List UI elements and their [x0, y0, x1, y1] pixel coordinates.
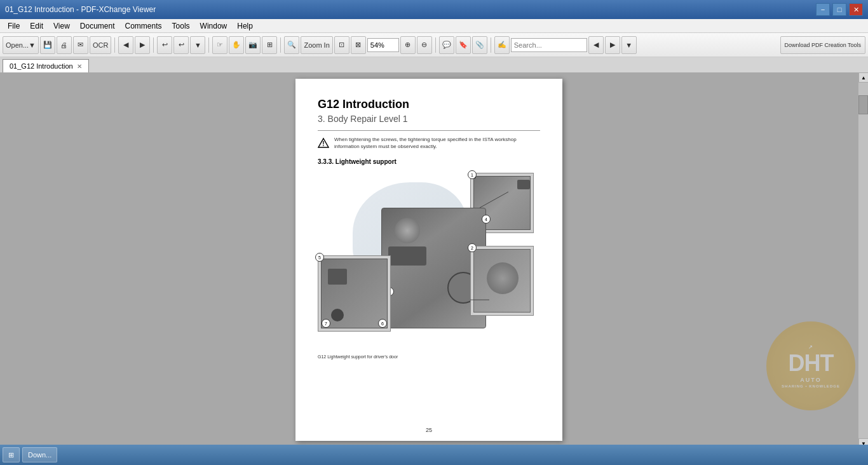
redo-button[interactable]: ↩ [173, 36, 189, 54]
menu-tools[interactable]: Tools [167, 20, 195, 32]
window-controls: − □ ✕ [816, 3, 863, 16]
zoom-width[interactable]: ⊠ [351, 36, 366, 54]
ocr-button[interactable]: OCR [90, 36, 111, 54]
sign-button[interactable]: ✍ [494, 36, 510, 54]
menu-bar: File Edit View Document Comments Tools W… [0, 19, 868, 33]
tool-select[interactable]: ☞ [212, 36, 227, 54]
scroll-up-button[interactable]: ▲ [858, 72, 868, 83]
search-input[interactable] [511, 38, 587, 52]
part-number-2: 2 [468, 243, 477, 252]
menu-file[interactable]: File [3, 20, 25, 32]
menu-help[interactable]: Help [232, 20, 258, 32]
title-bar: 01_G12 Introduction - PDF-XChange Viewer… [0, 0, 868, 19]
search-options[interactable]: ▼ [621, 36, 637, 54]
maximize-button[interactable]: □ [832, 3, 846, 16]
pdf-title: G12 Introduction [318, 98, 540, 111]
right-scrollbar: ▲ ▼ [858, 72, 868, 448]
part-number-6: 6 [378, 319, 387, 328]
email-button[interactable]: ✉ [73, 36, 88, 54]
pdf-page: G12 Introduction 3. Body Repair Level 1 … [295, 79, 562, 441]
save-button[interactable]: 💾 [40, 36, 55, 54]
title-text: 01_G12 Introduction - PDF-XChange Viewer [5, 5, 156, 14]
separator-1 [114, 37, 115, 53]
taskbar-app-label: Down... [28, 451, 51, 459]
zoom-input[interactable] [367, 38, 399, 52]
zoom-in-button[interactable]: Zoom In [301, 36, 332, 54]
print-button[interactable]: 🖨 [57, 36, 72, 54]
start-button[interactable]: ⊞ [3, 447, 20, 462]
svg-text:!: ! [322, 140, 324, 147]
warning-text: When tightening the screws, the tighteni… [334, 136, 540, 150]
menu-comments[interactable]: Comments [120, 20, 167, 32]
undo-dropdown[interactable]: ▼ [190, 36, 205, 54]
zoom-plus[interactable]: ⊕ [400, 36, 416, 54]
back-button[interactable]: ◀ [118, 36, 133, 54]
tool-pan[interactable]: ✋ [229, 36, 244, 54]
find-button[interactable]: 🔍 [284, 36, 299, 54]
tab-close-icon[interactable]: ✕ [77, 63, 82, 70]
zoom-fit[interactable]: ⊡ [334, 36, 349, 54]
menu-window[interactable]: Window [195, 20, 233, 32]
menu-view[interactable]: View [48, 20, 75, 32]
tab-label: 01_G12 Introduction [10, 62, 73, 70]
warning-box: ! When tightening the screws, the tighte… [318, 136, 540, 151]
part-number-4: 4 [482, 215, 491, 224]
attach-button[interactable]: 📎 [472, 36, 487, 54]
diagram-caption: G12 Lightweight support for driver's doo… [318, 354, 540, 359]
separator-6 [491, 37, 491, 53]
separator-4 [280, 37, 281, 53]
menu-document[interactable]: Document [75, 20, 120, 32]
search-prev[interactable]: ◀ [588, 36, 604, 54]
search-next[interactable]: ▶ [605, 36, 620, 54]
zoom-minus[interactable]: ⊖ [417, 36, 432, 54]
component-box-2: 5 7 6 [318, 255, 391, 332]
main-area: G12 Introduction 3. Body Repair Level 1 … [0, 72, 868, 448]
open-button[interactable]: Open... ▼ [3, 36, 39, 54]
separator-3 [208, 37, 209, 53]
divider [318, 130, 540, 131]
menu-edit[interactable]: Edit [25, 20, 48, 32]
warning-icon: ! [318, 137, 329, 151]
taskbar: ⊞ Down... [0, 445, 868, 465]
minimize-button[interactable]: − [816, 3, 830, 16]
forward-button[interactable]: ▶ [135, 36, 150, 54]
scroll-thumb [858, 95, 868, 114]
diagram-area: 1 4 3 5 7 6 [318, 173, 540, 351]
comment-add[interactable]: 💬 [439, 36, 454, 54]
scroll-track[interactable] [858, 83, 868, 438]
tool-snapshot[interactable]: 📷 [245, 36, 261, 54]
stamp-button[interactable]: 🔖 [456, 36, 471, 54]
page-number: 25 [295, 427, 562, 433]
close-button[interactable]: ✕ [849, 3, 863, 16]
part-number-5: 5 [315, 253, 324, 262]
tab-bar: 01_G12 Introduction ✕ [0, 57, 868, 72]
toolbar: Open... ▼ 💾 🖨 ✉ OCR ◀ ▶ ↩ ↩ ▼ ☞ ✋ 📷 ⊞ 🔍 … [0, 33, 868, 57]
separator-2 [153, 37, 154, 53]
part-number-7: 7 [322, 319, 330, 328]
pdf-container[interactable]: G12 Introduction 3. Body Repair Level 1 … [0, 72, 858, 448]
tool-crop[interactable]: ⊞ [262, 36, 277, 54]
pdf-subtitle: 3. Body Repair Level 1 [318, 114, 540, 124]
undo-button[interactable]: ↩ [157, 36, 172, 54]
section-title: 3.3.3. Lightweight support [318, 158, 540, 165]
download-pdf-button[interactable]: Download PDF Creation Tools [780, 36, 865, 54]
taskbar-app[interactable]: Down... [22, 447, 57, 462]
tab-g12-intro[interactable]: 01_G12 Introduction ✕ [3, 59, 89, 72]
separator-5 [435, 37, 436, 53]
part-number-1: 1 [468, 170, 477, 179]
component-box-3: 2 [470, 246, 534, 316]
